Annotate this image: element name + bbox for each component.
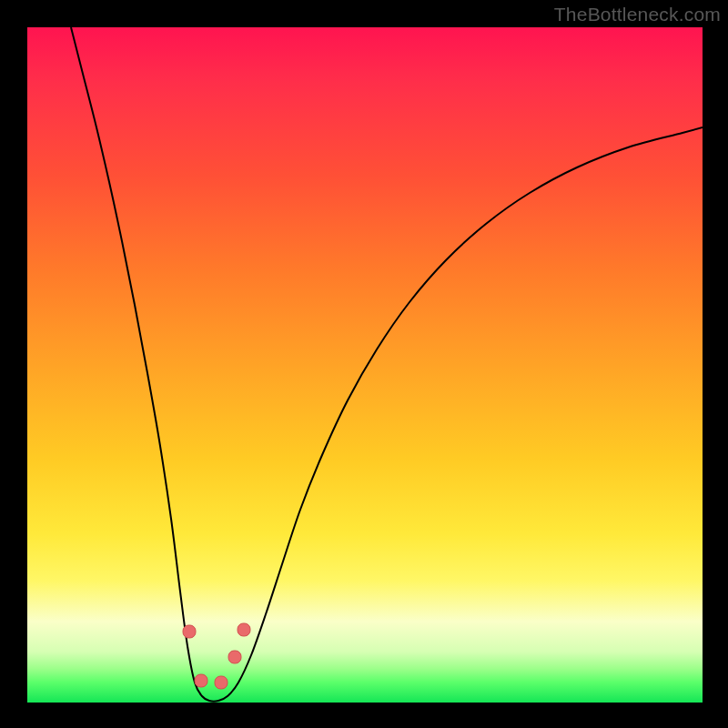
chart-svg xyxy=(27,27,703,703)
curve-marker xyxy=(195,674,207,687)
chart-frame: TheBottleneck.com xyxy=(0,0,728,728)
curve-marker xyxy=(228,651,241,663)
bottleneck-curve xyxy=(71,27,703,702)
watermark-text: TheBottleneck.com xyxy=(554,4,721,25)
curve-marker xyxy=(215,676,228,689)
chart-plot-area xyxy=(27,27,703,703)
curve-marker xyxy=(183,625,196,638)
curve-group xyxy=(71,27,703,702)
curve-marker xyxy=(238,623,250,636)
